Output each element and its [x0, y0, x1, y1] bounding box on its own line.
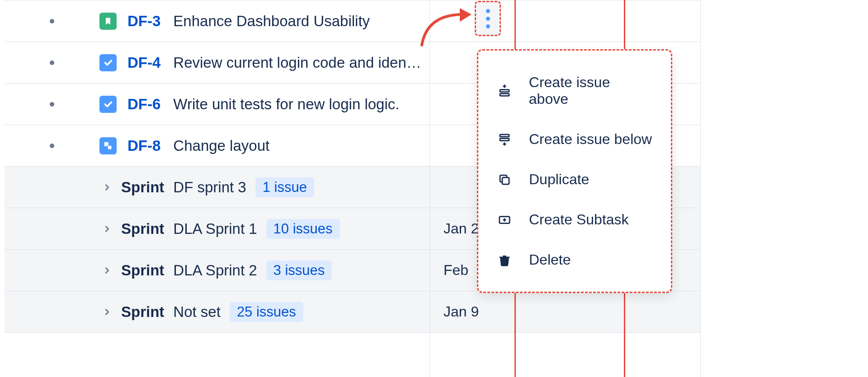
- date-cell: [429, 0, 701, 42]
- dropdown-item-label: Create issue above: [529, 74, 653, 107]
- summary-cell: Sprint DLA Sprint 2 3 issues: [5, 250, 429, 291]
- insert-above-icon: [496, 84, 513, 98]
- bullet-icon: [50, 61, 54, 65]
- more-actions-button[interactable]: [475, 1, 501, 36]
- sprint-name: DF sprint 3: [173, 179, 246, 196]
- bullet-icon: [50, 102, 54, 107]
- issue-count-badge: 3 issues: [266, 261, 332, 280]
- summary-cell: Sprint DF sprint 3 1 issue: [5, 167, 429, 208]
- svg-rect-6: [502, 177, 509, 184]
- summary-cell: DF-8 Change layout: [5, 125, 429, 166]
- chevron-right-icon[interactable]: [102, 224, 112, 234]
- issue-title[interactable]: Enhance Dashboard Usability: [173, 13, 429, 30]
- svg-rect-5: [500, 138, 509, 140]
- issue-title[interactable]: Change layout: [173, 137, 429, 154]
- kebab-dot-icon: [486, 9, 490, 13]
- more-actions-dropdown: Create issue above Create issue below Du…: [477, 49, 672, 293]
- dropdown-item-label: Delete: [529, 251, 571, 268]
- svg-rect-4: [500, 134, 509, 136]
- create-subtask-item[interactable]: Create Subtask: [478, 200, 671, 240]
- subtask-icon: [99, 137, 117, 154]
- issue-count-badge: 1 issue: [255, 177, 314, 197]
- issue-count-badge: 10 issues: [266, 219, 340, 239]
- issue-title[interactable]: Write unit tests for new login logic.: [173, 96, 429, 113]
- issue-key[interactable]: DF-6: [127, 96, 160, 113]
- bullet-icon: [50, 19, 54, 23]
- dropdown-item-label: Duplicate: [529, 171, 589, 188]
- create-subtask-icon: [496, 213, 513, 227]
- duplicate-item[interactable]: Duplicate: [478, 159, 671, 200]
- summary-cell: Sprint Not set 25 issues: [5, 291, 429, 332]
- issue-key[interactable]: DF-3: [127, 13, 160, 30]
- svg-rect-2: [500, 90, 509, 92]
- issue-count-badge: 25 issues: [230, 302, 303, 322]
- sprint-label: Sprint: [121, 179, 164, 196]
- bullet-icon: [50, 144, 54, 148]
- delete-item[interactable]: Delete: [478, 240, 671, 280]
- sprint-label: Sprint: [121, 303, 164, 321]
- create-issue-below-item[interactable]: Create issue below: [478, 119, 671, 159]
- issue-row[interactable]: DF-3 Enhance Dashboard Usability: [5, 0, 701, 42]
- sprint-name: DLA Sprint 1: [173, 220, 257, 237]
- dropdown-item-label: Create issue below: [529, 131, 652, 148]
- issue-key[interactable]: DF-4: [127, 54, 160, 71]
- summary-cell: DF-3 Enhance Dashboard Usability: [5, 0, 429, 42]
- trash-icon: [496, 253, 513, 267]
- task-icon: [99, 54, 117, 71]
- date-cell: Jan 9: [429, 291, 701, 332]
- svg-rect-3: [500, 93, 509, 96]
- kebab-dot-icon: [486, 24, 490, 28]
- story-icon: [99, 13, 117, 30]
- svg-rect-1: [108, 145, 112, 149]
- sprint-name: Not set: [173, 303, 221, 321]
- task-icon: [99, 96, 117, 113]
- summary-cell: DF-4 Review current login code and iden…: [5, 42, 429, 83]
- duplicate-icon: [496, 173, 513, 186]
- summary-cell: DF-6 Write unit tests for new login logi…: [5, 84, 429, 125]
- create-issue-above-item[interactable]: Create issue above: [478, 62, 671, 119]
- sprint-name: DLA Sprint 2: [173, 262, 257, 279]
- summary-cell: Sprint DLA Sprint 1 10 issues: [5, 208, 429, 249]
- issue-key[interactable]: DF-8: [127, 137, 160, 154]
- sprint-label: Sprint: [121, 220, 164, 237]
- issue-title[interactable]: Review current login code and iden…: [173, 54, 429, 71]
- kebab-dot-icon: [486, 17, 490, 21]
- empty-row: [5, 332, 701, 377]
- dropdown-item-label: Create Subtask: [529, 211, 629, 228]
- sprint-row[interactable]: Sprint Not set 25 issues Jan 9: [5, 291, 701, 332]
- insert-below-icon: [496, 133, 513, 146]
- chevron-right-icon[interactable]: [102, 265, 112, 275]
- chevron-right-icon[interactable]: [102, 307, 112, 317]
- chevron-right-icon[interactable]: [102, 182, 112, 192]
- sprint-label: Sprint: [121, 262, 164, 279]
